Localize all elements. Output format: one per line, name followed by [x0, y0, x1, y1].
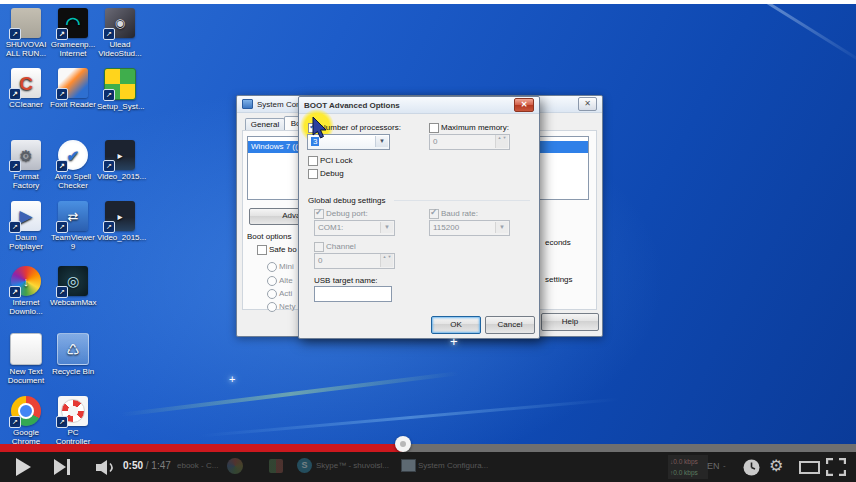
theater-mode-button[interactable] — [799, 461, 820, 474]
shortcut-arrow-icon: ↗ — [9, 286, 21, 298]
shortcut-arrow-icon: ↗ — [103, 160, 115, 172]
shortcut-arrow-icon: ↗ — [56, 88, 68, 100]
pci-lock-label: PCI Lock — [320, 156, 352, 165]
desktop-icon-label: Daum Potplayer — [3, 233, 49, 251]
video-player-frame: + ↗ SHUVOVAI ALL RUN... ◠↗ Grameenp... I… — [0, 4, 856, 482]
alternate-shell-radio-label: Alte — [279, 276, 293, 285]
shortcut-arrow-icon: ↗ — [56, 28, 68, 40]
pci-lock-checkbox[interactable] — [308, 156, 318, 166]
ghost-network-meter: ↓0.0 kbps ↑0.0 kbps — [668, 455, 708, 479]
progress-bar[interactable] — [0, 444, 856, 452]
desktop-icon-label: Foxit Reader — [50, 100, 96, 109]
desktop-icon-chrome[interactable]: ↗ Google Chrome — [3, 396, 49, 446]
play-triangle-icon: ▶↗ — [11, 201, 41, 231]
desktop-icon-potplayer[interactable]: ▶↗ Daum Potplayer — [3, 201, 49, 251]
progress-scrubber[interactable] — [395, 436, 411, 452]
tools-icon: ⚙↗ — [11, 140, 41, 170]
network-radio-label: Nety — [279, 302, 295, 311]
wallpaper-light-streak — [201, 398, 620, 438]
ghost-taskbar-facebook: ebook - C... — [177, 461, 218, 470]
shortcut-arrow-icon: ↗ — [56, 221, 68, 233]
maximum-memory-label: Maximum memory: — [441, 123, 509, 132]
channel-label: Channel — [326, 242, 356, 251]
shortcut-arrow-icon: ↗ — [56, 286, 68, 298]
volume-button[interactable] — [96, 460, 120, 475]
desktop-icon-label: Format Factory — [3, 172, 49, 190]
ghost-app-icon — [269, 459, 283, 473]
teamviewer-icon: ⇄↗ — [58, 201, 88, 231]
desktop-icon-video-file[interactable]: ▸↗ Video_2015... — [97, 140, 143, 181]
usb-target-name-input[interactable] — [314, 286, 392, 302]
ghost-dash: - — [723, 461, 726, 470]
boot-options-group-label: Boot options — [247, 232, 291, 241]
desktop-icon-ulead[interactable]: ◉↗ Ulead VideoStud... — [97, 8, 143, 58]
channel-spinner: 0 — [314, 253, 395, 269]
play-button[interactable] — [16, 458, 31, 476]
time-current: 0:50 — [123, 460, 143, 471]
video-camera-icon: ◉↗ — [105, 8, 135, 38]
safe-boot-checkbox[interactable] — [257, 245, 267, 255]
desktop-icon-new-text-document[interactable]: New Text Document — [3, 333, 49, 385]
alternate-shell-radio[interactable] — [267, 276, 277, 286]
desktop-icon-video-file[interactable]: ▸↗ Video_2015... — [97, 201, 143, 242]
cancel-button[interactable]: Cancel — [485, 316, 535, 334]
baud-rate-select: 115200 — [429, 220, 510, 236]
desktop-icon-shuvovai[interactable]: ↗ SHUVOVAI ALL RUN... — [3, 8, 49, 58]
global-debug-settings-group-label: Global debug settings — [308, 196, 385, 205]
desktop-icon-label: Video_2015... — [97, 172, 143, 181]
desktop-icon-teamviewer[interactable]: ⇄↗ TeamViewer 9 — [50, 201, 96, 251]
settings-gear-button[interactable]: ⚙ — [769, 456, 783, 475]
shortcut-arrow-icon: ↗ — [9, 88, 21, 100]
desktop-icon-avro[interactable]: ✔↗ Avro Spell Checker — [50, 140, 96, 190]
desktop-icon-ccleaner[interactable]: C↗ CCleaner — [3, 68, 49, 109]
text-document-icon — [10, 333, 42, 365]
active-directory-radio-label: Acti — [279, 289, 292, 298]
desktop-icon-label: WebcamMax — [50, 298, 96, 307]
desktop-icon-foxit[interactable]: ↗ Foxit Reader — [50, 68, 96, 109]
next-button[interactable] — [54, 458, 76, 476]
debug-port-checkbox — [314, 209, 324, 219]
debug-checkbox[interactable] — [308, 169, 318, 179]
help-button[interactable]: Help — [541, 313, 599, 331]
usb-target-name-label: USB target name: — [314, 276, 378, 285]
minimal-radio-label: Mini — [279, 262, 294, 271]
watch-later-button[interactable] — [743, 459, 760, 476]
close-button[interactable]: ✕ — [578, 97, 597, 111]
shortcut-arrow-icon: ↗ — [103, 28, 115, 40]
shield-icon: ↗ — [104, 68, 136, 100]
desktop-icon-recycle-bin[interactable]: ♺ Recycle Bin — [50, 333, 96, 376]
ghost-window-icon — [401, 459, 416, 472]
desktop-icon-idm[interactable]: ↓↗ Internet Downlo... — [3, 266, 49, 316]
network-radio[interactable] — [267, 302, 277, 312]
minimal-radio[interactable] — [267, 262, 277, 272]
desktop-icon-formatfactory[interactable]: ⚙↗ Format Factory — [3, 140, 49, 190]
wallpaper-sparkle: + — [229, 373, 235, 385]
ghost-skype-icon: S — [297, 458, 312, 473]
shortcut-arrow-icon: ↗ — [56, 416, 68, 428]
system-configuration-icon — [242, 99, 253, 109]
shortcut-arrow-icon: ↗ — [9, 160, 21, 172]
boot-advanced-titlebar[interactable]: BOOT Advanced Options ✕ — [299, 97, 539, 114]
desktop-icon-pc-controller[interactable]: ↗ PC Controller — [50, 396, 96, 446]
boot-advanced-options-dialog: BOOT Advanced Options ✕ Number of proces… — [298, 96, 540, 339]
ok-button[interactable]: OK — [431, 316, 481, 334]
fullscreen-button[interactable] — [826, 458, 846, 476]
desktop-icon-label: SHUVOVAI ALL RUN... — [3, 40, 49, 58]
ghost-language-indicator: EN — [707, 461, 720, 471]
desktop-icon-grameenphone[interactable]: ◠↗ Grameenp... Internet — [50, 8, 96, 58]
baud-rate-checkbox — [429, 209, 439, 219]
mouse-cursor — [311, 117, 329, 141]
dialog-title: BOOT Advanced Options — [304, 101, 514, 110]
desktop-icon-label: Video_2015... — [97, 233, 143, 242]
close-button[interactable]: ✕ — [514, 98, 534, 112]
desktop-icon-webcammax[interactable]: ◎↗ WebcamMax — [50, 266, 96, 307]
desktop-icon-label: Ulead VideoStud... — [97, 40, 143, 58]
desktop-icon-label: New Text Document — [3, 367, 49, 385]
maximum-memory-checkbox[interactable] — [429, 123, 439, 133]
group-divider — [394, 200, 530, 201]
active-directory-radio[interactable] — [267, 289, 277, 299]
video-thumbnail-icon: ▸↗ — [105, 201, 135, 231]
desktop-icon-setup[interactable]: ↗ Setup_Syst... — [97, 68, 143, 111]
desktop-sparkle-cursor: + — [450, 334, 458, 349]
maximum-memory-spinner[interactable]: 0 — [429, 134, 510, 150]
